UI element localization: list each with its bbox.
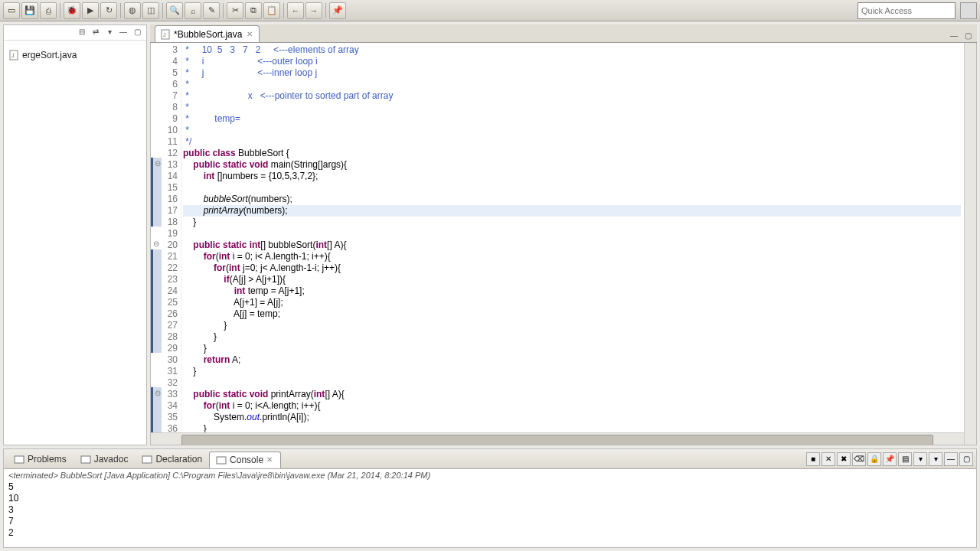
back-icon[interactable]: ← bbox=[287, 2, 304, 19]
console-panel: ProblemsJavadocDeclarationConsole✕ ■ ✕ ✖… bbox=[3, 448, 977, 548]
pin-icon[interactable]: 📌 bbox=[329, 2, 346, 19]
tab-declaration[interactable]: Declaration bbox=[135, 451, 209, 468]
main-toolbar: ▭ 💾 ⎙ 🐞 ▶ ↻ ◍ ◫ 🔍 ⌕ ✎ ✂ ⧉ 📋 ← → 📌 bbox=[0, 0, 980, 21]
line-number-gutter[interactable]: 3456789101112131415161718192021222324252… bbox=[162, 43, 181, 445]
close-icon[interactable]: ✕ bbox=[245, 30, 254, 39]
editor-maximize-icon[interactable]: ▢ bbox=[962, 31, 974, 42]
java-file-icon: J bbox=[8, 50, 19, 60]
search-icon[interactable]: ⌕ bbox=[185, 2, 201, 19]
tab-javadoc[interactable]: Javadoc bbox=[74, 451, 136, 468]
svg-text:J: J bbox=[11, 53, 15, 58]
tab-icon bbox=[80, 454, 91, 465]
pin-console-icon[interactable]: 📌 bbox=[883, 452, 897, 466]
link-editor-icon[interactable]: ⇄ bbox=[90, 28, 102, 38]
tab-icon bbox=[142, 454, 152, 465]
forward-icon[interactable]: → bbox=[305, 2, 322, 19]
editor-tab-label: *BubbleSort.java bbox=[174, 29, 242, 40]
scroll-lock-icon[interactable]: 🔒 bbox=[867, 452, 881, 466]
package-explorer: ⊟ ⇄ ▾ — ▢ J ergeSort.java bbox=[3, 24, 147, 445]
svg-rect-7 bbox=[217, 457, 226, 464]
console-output[interactable]: 510372 bbox=[4, 481, 976, 547]
sidebar-item-file[interactable]: J ergeSort.java bbox=[7, 47, 143, 64]
quick-access bbox=[858, 2, 956, 19]
quick-access-input[interactable] bbox=[858, 2, 956, 19]
new-package-icon[interactable]: ◫ bbox=[142, 2, 159, 19]
sidebar-item-label: ergeSort.java bbox=[22, 50, 77, 60]
remove-all-icon[interactable]: ✖ bbox=[837, 452, 851, 466]
perspective-switcher[interactable] bbox=[960, 2, 977, 19]
new-console-icon[interactable]: ▾ bbox=[929, 452, 942, 466]
vertical-scrollbar[interactable] bbox=[964, 43, 976, 445]
debug-icon[interactable]: 🐞 bbox=[64, 2, 80, 19]
tab-problems[interactable]: Problems bbox=[7, 451, 74, 468]
minimize-icon[interactable]: — bbox=[117, 28, 129, 38]
run-icon[interactable]: ▶ bbox=[82, 2, 99, 19]
svg-text:J: J bbox=[163, 32, 166, 37]
close-icon[interactable]: ✕ bbox=[266, 455, 274, 464]
svg-rect-4 bbox=[15, 456, 24, 463]
toggle-mark-icon[interactable]: ✎ bbox=[203, 2, 220, 19]
tab-console[interactable]: Console✕ bbox=[209, 452, 281, 468]
view-menu-icon[interactable]: ▾ bbox=[103, 28, 116, 38]
horizontal-scrollbar[interactable] bbox=[151, 432, 964, 445]
save-icon[interactable]: 💾 bbox=[21, 2, 38, 19]
cut-icon[interactable]: ✂ bbox=[227, 2, 243, 19]
console-header: <terminated> BubbleSort [Java Applicatio… bbox=[4, 469, 976, 481]
editor-tab-bar: J *BubbleSort.java ✕ — ▢ bbox=[150, 24, 977, 43]
java-file-icon: J bbox=[160, 29, 171, 40]
remove-launch-icon[interactable]: ✕ bbox=[822, 452, 835, 466]
save-all-icon[interactable]: ⎙ bbox=[40, 2, 57, 19]
code-editor[interactable]: ⊖⊖⊖ 345678910111213141516171819202122232… bbox=[150, 43, 977, 445]
svg-rect-5 bbox=[81, 456, 90, 463]
console-max-icon[interactable]: ▢ bbox=[959, 452, 973, 466]
display-console-icon[interactable]: ▤ bbox=[898, 452, 912, 466]
svg-rect-6 bbox=[142, 456, 152, 463]
new-icon[interactable]: ▭ bbox=[3, 2, 20, 19]
new-class-icon[interactable]: ◍ bbox=[124, 2, 141, 19]
tab-icon bbox=[216, 455, 227, 465]
copy-icon[interactable]: ⧉ bbox=[245, 2, 262, 19]
run-last-icon[interactable]: ↻ bbox=[100, 2, 117, 19]
maximize-icon[interactable]: ▢ bbox=[131, 28, 143, 38]
collapse-all-icon[interactable]: ⊟ bbox=[76, 28, 88, 38]
terminate-icon[interactable]: ■ bbox=[806, 452, 820, 466]
editor-tab[interactable]: J *BubbleSort.java ✕ bbox=[155, 25, 260, 42]
tab-icon bbox=[14, 454, 24, 465]
editor-minimize-icon[interactable]: — bbox=[948, 31, 960, 42]
bottom-tab-bar: ProblemsJavadocDeclarationConsole✕ ■ ✕ ✖… bbox=[4, 449, 976, 469]
paste-icon[interactable]: 📋 bbox=[263, 2, 280, 19]
open-type-icon[interactable]: 🔍 bbox=[166, 2, 183, 19]
open-console-icon[interactable]: ▾ bbox=[913, 452, 927, 466]
clear-console-icon[interactable]: ⌫ bbox=[852, 452, 866, 466]
console-min-icon[interactable]: — bbox=[944, 452, 958, 466]
